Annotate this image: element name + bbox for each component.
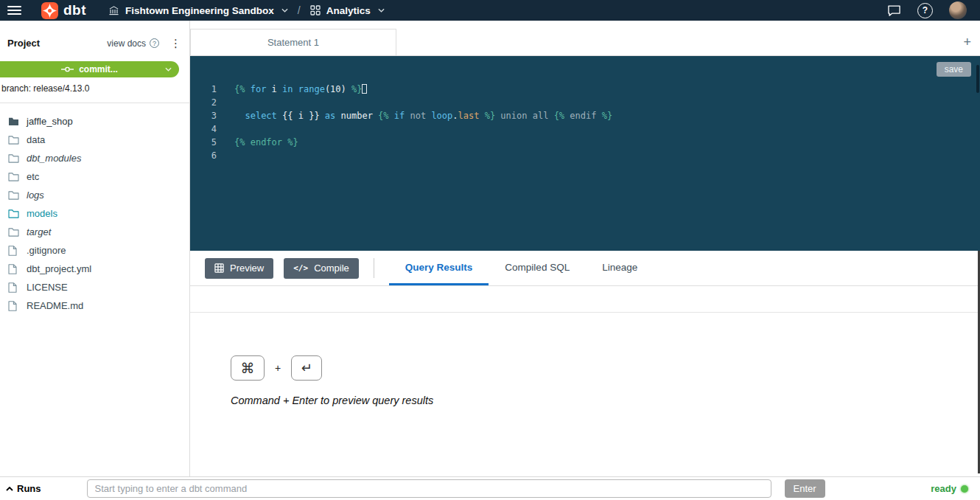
tree-item-models[interactable]: models — [0, 204, 189, 223]
code-line[interactable]: 2 — [190, 96, 980, 109]
tree-item-etc[interactable]: etc — [0, 167, 189, 186]
tree-item-label: LICENSE — [27, 282, 68, 293]
file-icon — [8, 301, 20, 311]
tab-statement-1[interactable]: Statement 1 — [190, 29, 396, 55]
tree-item-readme-md[interactable]: README.md — [0, 296, 189, 315]
file-icon — [8, 282, 20, 293]
preview-button-label: Preview — [230, 263, 264, 274]
tab-compiled-sql[interactable]: Compiled SQL — [489, 251, 586, 285]
docs-help-icon: ? — [150, 38, 159, 48]
tree-item-dbt-modules[interactable]: dbt_modules — [0, 149, 189, 167]
code-line[interactable]: 6 — [190, 149, 980, 162]
tree-item-jaffle-shop[interactable]: jaffle_shop — [0, 112, 189, 131]
tab-lineage[interactable]: Lineage — [586, 251, 654, 285]
tree-item-label: etc — [27, 171, 39, 182]
new-tab-button[interactable]: + — [963, 35, 971, 49]
chevron-up-icon — [6, 487, 13, 491]
line-number: 2 — [190, 96, 217, 109]
main-panel: Statement 1 + save 1{% for i in range(10… — [190, 21, 980, 476]
editor-scrollbar[interactable] — [976, 65, 979, 93]
tree-item-gitignore[interactable]: .gitignore — [0, 241, 189, 260]
save-button[interactable]: save — [937, 62, 971, 77]
folder-icon — [8, 172, 20, 181]
account-switcher[interactable]: Fishtown Engineering Sandbox — [108, 5, 288, 16]
code-brackets-icon: </> — [293, 263, 308, 273]
line-number: 4 — [190, 122, 217, 136]
code-line[interactable]: 5{% endfor %} — [190, 136, 980, 149]
folder-icon — [8, 135, 20, 145]
chevron-down-icon — [378, 8, 385, 13]
runs-bar: Runs Enter ready — [0, 476, 980, 500]
line-number: 3 — [190, 109, 217, 122]
status-label: ready — [931, 483, 956, 494]
project-name: Analytics — [326, 5, 371, 16]
dbt-logo[interactable]: dbt — [41, 1, 86, 20]
code-line[interactable]: 4 — [190, 122, 980, 136]
tab-query-results[interactable]: Query Results — [389, 251, 489, 285]
tree-item-label: dbt_project.yml — [27, 263, 91, 274]
tree-item-dbt-project-yml[interactable]: dbt_project.yml — [0, 260, 189, 278]
help-icon[interactable]: ? — [917, 3, 933, 18]
table-grid-icon — [214, 263, 224, 273]
chat-icon[interactable] — [887, 4, 901, 17]
folder-icon — [8, 227, 20, 237]
text-cursor — [362, 84, 367, 94]
grid-icon — [310, 5, 321, 15]
project-switcher[interactable]: Analytics — [310, 5, 385, 16]
building-icon — [108, 5, 119, 15]
tree-item-label: jaffle_shop — [27, 116, 73, 127]
line-number: 5 — [190, 136, 217, 149]
file-tree: jaffle_shopdatadbt_modulesetclogsmodelst… — [0, 103, 189, 315]
code-text: select {{ i }} as number {% if not loop.… — [234, 109, 612, 122]
code-editor[interactable]: save 1{% for i in range(10) %}23 select … — [190, 56, 980, 251]
hamburger-menu-icon[interactable] — [7, 6, 21, 15]
shortcut-hint-text: Command + Enter to preview query results — [231, 395, 980, 406]
user-avatar[interactable] — [949, 1, 967, 19]
chevron-down-icon — [281, 8, 288, 13]
folder-icon — [8, 190, 20, 200]
compile-button[interactable]: </> Compile — [284, 258, 359, 279]
code-text: {% endfor %} — [234, 136, 298, 149]
enter-button[interactable]: Enter — [785, 479, 825, 498]
compile-button-label: Compile — [314, 263, 349, 274]
tree-item-label: .gitignore — [27, 245, 66, 256]
code-line[interactable]: 3 select {{ i }} as number {% if not loo… — [190, 109, 980, 122]
tree-item-label: target — [27, 226, 51, 237]
dbt-logo-text: dbt — [63, 2, 86, 18]
code-area: 1{% for i in range(10) %}23 select {{ i … — [190, 56, 980, 162]
tree-item-logs[interactable]: logs — [0, 186, 189, 204]
status-dot — [961, 485, 968, 493]
code-line[interactable]: 1{% for i in range(10) %} — [190, 83, 980, 96]
tree-item-label: data — [27, 134, 45, 145]
results-subheader — [190, 286, 980, 313]
commit-icon — [61, 66, 74, 73]
tree-item-license[interactable]: LICENSE — [0, 278, 189, 296]
view-docs-link[interactable]: view docs ? — [107, 38, 159, 49]
preview-button[interactable]: Preview — [205, 258, 273, 279]
tree-item-label: README.md — [27, 300, 83, 311]
account-name: Fishtown Engineering Sandbox — [125, 5, 274, 16]
breadcrumb-separator: / — [298, 4, 301, 16]
chevron-down-icon[interactable] — [165, 67, 172, 72]
dbt-command-input[interactable] — [87, 479, 771, 498]
top-bar: dbt Fishtown Engineering Sandbox / Analy… — [0, 0, 980, 21]
runs-toggle[interactable]: Runs — [6, 483, 41, 494]
results-toolbar: Preview </> Compile Query ResultsCompile… — [190, 251, 980, 286]
tree-item-data[interactable]: data — [0, 131, 189, 149]
project-panel-title: Project — [7, 38, 40, 49]
tree-item-target[interactable]: target — [0, 223, 189, 241]
kebab-menu-icon[interactable]: ⋮ — [170, 37, 182, 50]
branch-label: branch: release/4.13.0 — [0, 83, 189, 94]
folder-icon — [8, 153, 20, 163]
runs-label: Runs — [17, 483, 41, 494]
sidebar-header: Project view docs ? ⋮ — [0, 21, 189, 56]
shortcut-keys: ⌘ + ↵ — [231, 355, 980, 381]
tree-item-label: dbt_modules — [27, 153, 81, 164]
commit-button[interactable]: commit... — [0, 61, 179, 77]
enter-key-icon: ↵ — [291, 355, 322, 381]
file-icon — [8, 264, 20, 274]
status-indicator: ready — [931, 483, 968, 494]
dbt-logo-icon — [41, 1, 59, 20]
tab-label: Statement 1 — [267, 37, 319, 48]
folder-icon — [8, 209, 20, 218]
